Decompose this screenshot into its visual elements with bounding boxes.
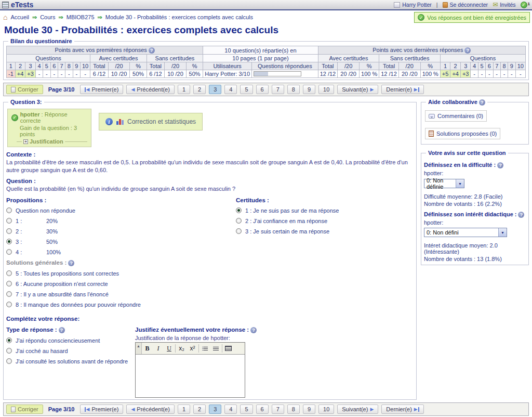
comments-button[interactable]: Commentaires (0) — [425, 110, 487, 122]
last-page-button[interactable]: Dernier(e)▶ — [381, 85, 423, 94]
ordered-list-button[interactable] — [200, 343, 210, 354]
radio-button[interactable] — [6, 348, 12, 354]
bullet-list-button[interactable] — [210, 343, 221, 354]
help-icon[interactable]: ? — [149, 47, 155, 54]
solution-option-8[interactable]: 8 : Il manque des données pour pouvoir r… — [6, 302, 236, 308]
help-icon[interactable]: ? — [59, 327, 65, 333]
page-button-1[interactable]: 1 — [178, 85, 190, 94]
chevron-down-icon[interactable]: ▼ — [498, 228, 507, 237]
certitude-option-2[interactable]: 2 : J'ai confiance en ma réponse — [236, 218, 414, 224]
prev-page-button[interactable]: ◀Précédent(e) — [126, 405, 175, 414]
next-page-button[interactable]: Suivant(e)▶ — [337, 405, 378, 414]
page-button-5[interactable]: 5 — [240, 405, 252, 414]
help-icon[interactable]: ? — [250, 327, 257, 333]
interest-select[interactable]: 0: Non défini ▼ — [424, 228, 507, 237]
radio-button[interactable] — [6, 337, 12, 343]
page-button-8[interactable]: 8 — [287, 85, 300, 94]
correct-button[interactable]: Corriger — [6, 85, 43, 94]
underline-button[interactable]: U — [164, 343, 175, 354]
page-button-6[interactable]: 6 — [256, 405, 269, 414]
page-button-2[interactable]: 2 — [193, 85, 206, 94]
solution-option-5[interactable]: 5 : Toutes les propositions sont correct… — [6, 270, 236, 277]
page-button-3[interactable]: 3 — [209, 85, 221, 94]
proposed-solutions-button[interactable]: Solutions proposées (0) — [425, 128, 500, 139]
expand-icon[interactable]: + — [23, 139, 28, 144]
breadcrumb-course-code[interactable]: MBIOB275 — [66, 14, 95, 20]
radio-button[interactable] — [236, 218, 242, 224]
breadcrumb-module[interactable]: Module 30 - Probabilités : exercices com… — [105, 14, 253, 20]
page-button-2[interactable]: 2 — [193, 405, 206, 414]
radio-button[interactable] — [6, 291, 12, 297]
help-icon[interactable]: ? — [479, 99, 485, 106]
page-button-10[interactable]: 10 — [318, 405, 334, 414]
page-button-6[interactable]: 6 — [256, 85, 269, 94]
proposition-option-3[interactable]: 3 : 50% — [6, 239, 236, 245]
superscript-button[interactable]: x² — [187, 343, 198, 354]
help-icon[interactable]: ? — [464, 47, 471, 54]
last-page-button[interactable]: Dernier(e)▶ — [381, 405, 423, 414]
radio-button[interactable] — [6, 207, 12, 213]
type-option-3[interactable]: J'ai consulté les solutions avant de rép… — [6, 358, 135, 364]
proposition-option-1[interactable]: 1 : 20% — [6, 218, 236, 224]
page-button-8[interactable]: 8 — [287, 405, 300, 414]
help-icon[interactable]: ? — [497, 162, 503, 168]
certitude-option-1[interactable]: 1 : Je ne suis pas sur de ma réponse — [236, 207, 414, 214]
radio-button[interactable] — [6, 228, 12, 234]
solution-option-6[interactable]: 6 : Aucune proposition n'est correcte — [6, 281, 236, 287]
help-icon[interactable]: ? — [518, 212, 524, 218]
page-button-10[interactable]: 10 — [318, 85, 334, 94]
invites-label: Invités — [500, 2, 515, 8]
difficulty-select[interactable]: 0: Non définie ▼ — [424, 179, 464, 188]
radio-button[interactable] — [6, 218, 12, 224]
breadcrumb-home[interactable]: Accueil — [10, 14, 29, 20]
radio-button[interactable] — [236, 207, 242, 213]
page-button-9[interactable]: 9 — [303, 85, 315, 94]
logout-button[interactable]: Se déconnecter — [443, 2, 488, 8]
saved-status-badge[interactable]: ✓ 1 — [521, 2, 530, 8]
justification-textarea[interactable] — [136, 355, 245, 397]
radio-button[interactable] — [6, 281, 12, 286]
page-button-1[interactable]: 1 — [178, 405, 190, 414]
bold-button[interactable]: B — [142, 343, 153, 354]
user-menu[interactable]: Harry Potter — [394, 2, 432, 8]
difficulty-user: hpotter: — [424, 170, 526, 176]
invites-button[interactable]: ✉ Invités — [493, 2, 515, 8]
page-button-4[interactable]: 4 — [224, 85, 237, 94]
prev-page-button[interactable]: ◀Précédent(e) — [126, 85, 175, 94]
type-option-1[interactable]: J'ai répondu consciencieusement — [6, 337, 135, 344]
next-page-button[interactable]: Suivant(e)▶ — [337, 85, 378, 94]
help-icon[interactable]: ? — [68, 260, 74, 266]
page-button-9[interactable]: 9 — [303, 405, 315, 414]
collapse-toolbar-icon[interactable]: ▲ — [136, 343, 142, 354]
page-button-5[interactable]: 5 — [240, 85, 252, 94]
radio-button[interactable] — [236, 228, 242, 234]
proposition-option-2[interactable]: 2 : 30% — [6, 228, 236, 234]
proposition-option-4[interactable]: 4 : 100% — [6, 249, 236, 255]
radio-button[interactable] — [6, 239, 12, 244]
correct-button[interactable]: Corriger — [6, 405, 43, 414]
last-with-out20: 20 /20 — [338, 70, 360, 78]
italic-button[interactable]: I — [153, 343, 164, 354]
radio-button[interactable] — [6, 270, 12, 276]
first-page-button[interactable]: ◀Premier(e) — [80, 405, 124, 414]
proposition-option-0[interactable]: Question non répondue — [6, 207, 236, 214]
subscript-button[interactable]: x₂ — [176, 343, 187, 354]
page-button-7[interactable]: 7 — [272, 85, 284, 94]
pager-top: Corriger Page 3/10 ◀Premier(e) ◀Précéden… — [3, 83, 529, 96]
table-button[interactable] — [223, 343, 234, 354]
radio-button[interactable] — [6, 249, 12, 255]
first-page-button[interactable]: ◀Premier(e) — [80, 85, 124, 94]
page-button-7[interactable]: 7 — [272, 405, 284, 414]
correction-stats-button[interactable]: i Correction et statistiques — [99, 113, 203, 131]
breadcrumb-cours[interactable]: Cours — [40, 14, 55, 20]
breadcrumb-arrow-icon: ⇒ — [32, 14, 37, 21]
justification-toggle[interactable]: + Justification — [17, 138, 87, 145]
radio-button[interactable] — [6, 302, 12, 307]
page-button-4[interactable]: 4 — [224, 405, 237, 414]
solution-option-7[interactable]: 7 : Il y a une absurdité dans l'énoncé — [6, 291, 236, 297]
page-button-3[interactable]: 3 — [209, 405, 221, 414]
radio-button[interactable] — [6, 358, 12, 364]
certitude-option-3[interactable]: 3 : Je suis certain de ma réponse — [236, 228, 414, 234]
chevron-down-icon[interactable]: ▼ — [456, 179, 464, 188]
type-option-2[interactable]: J'ai coché au hasard — [6, 348, 135, 354]
